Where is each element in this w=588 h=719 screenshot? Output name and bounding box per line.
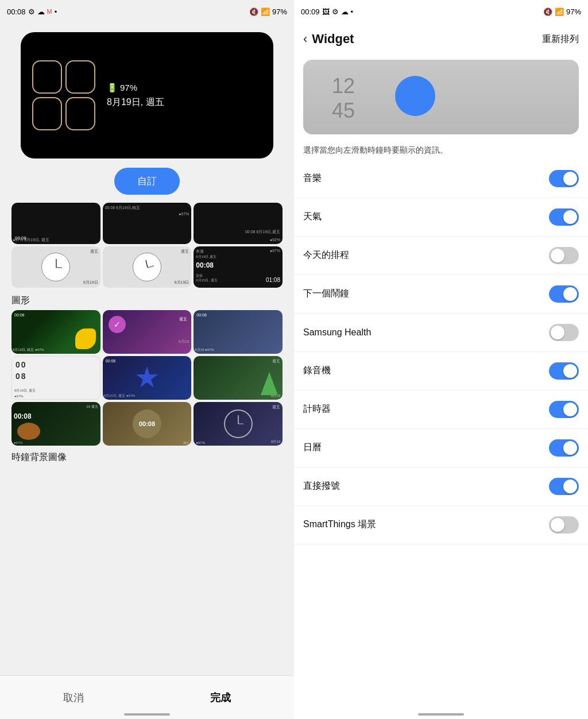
- thumb-1-date: ●97% 8月19日, 週五: [13, 237, 49, 243]
- thumb-6-location: 本港: [196, 249, 204, 254]
- widget-item: 錄音機: [294, 352, 588, 391]
- widget-toggle-6[interactable]: [549, 401, 579, 418]
- graphic-9-date: 8月19: [271, 439, 280, 444]
- graphic-thumb-5[interactable]: 00:08 8月19日, 週五 ●97%: [103, 356, 192, 400]
- graphic-7-batt: ●97%: [14, 441, 23, 444]
- widget-item-label: 天氣: [303, 211, 322, 223]
- bg-section-title: 時鐘背景圖像: [0, 446, 294, 466]
- widget-toggle-8[interactable]: [549, 478, 579, 495]
- thumb-3-batt: ●92%: [270, 238, 280, 242]
- rearrange-button[interactable]: 重新排列: [542, 33, 579, 45]
- bottom-indicator: [124, 713, 170, 716]
- watch-thumb-5[interactable]: 週五 8月19日: [103, 246, 192, 288]
- widget-toggle-7[interactable]: [549, 439, 579, 457]
- analog-clock-2: [133, 253, 161, 281]
- widget-item-label: 今天的排程: [303, 249, 349, 261]
- graphic-9-day: 週五: [272, 404, 280, 410]
- widget-item: 計時器: [294, 391, 588, 429]
- widget-toggle-4[interactable]: [549, 324, 579, 341]
- blue-spike: [136, 366, 158, 389]
- right-status-bar: 00:09 🖼 ⚙ ☁ • 🔇 📶 97%: [294, 0, 588, 23]
- date-line: 8月19日, 週五: [107, 96, 164, 109]
- graphic-2-date: 8月19: [179, 339, 189, 345]
- page-title: Widget: [312, 32, 354, 47]
- watch-thumb-2[interactable]: 00:08 8月19日,稿五 ●97%: [103, 203, 192, 244]
- customize-button[interactable]: 自訂: [114, 168, 180, 195]
- graphic-thumb-2[interactable]: 週五 8月19 ✓: [103, 310, 192, 354]
- thumb-6-time2: 01:08: [266, 277, 280, 283]
- widget-preview: 12 45: [303, 60, 579, 134]
- graphic-5-time: 00:08: [104, 357, 118, 365]
- svg-line-3: [148, 266, 154, 268]
- widget-item: 日曆: [294, 429, 588, 467]
- right-header: ‹ Widget 重新排列: [294, 23, 588, 55]
- right-panel: 00:09 🖼 ⚙ ☁ • 🔇 📶 97% ‹ Widget 重新排列 12 4…: [294, 0, 588, 719]
- watch-face-main: 🔋 97% 8月19日, 週五: [21, 32, 273, 159]
- left-status-bar: 00:08 ⚙ ☁ M • 🔇 📶 97%: [0, 0, 294, 23]
- graphic-thumb-6[interactable]: 週五 8月19: [194, 356, 283, 400]
- widget-toggle-0[interactable]: [549, 170, 579, 187]
- right-bottom-indicator: [418, 713, 464, 716]
- graphic-thumb-7[interactable]: 19 週五 00:08 ●97%: [11, 402, 100, 446]
- mute-icon: 🔇: [249, 7, 258, 16]
- watch-thumb-4[interactable]: 週五 8月19日: [11, 246, 100, 288]
- toggle-knob-0: [563, 172, 577, 185]
- clock-circle: [224, 409, 253, 438]
- left-panel: 00:08 ⚙ ☁ M • 🔇 📶 97%: [0, 0, 294, 719]
- right-gear-icon: ⚙: [332, 7, 339, 16]
- widget-item: SmartThings 場景: [294, 506, 588, 544]
- graphic-thumb-4[interactable]: 00 08 ●97% 8月19日, 週五: [11, 356, 100, 400]
- toggle-knob-4: [551, 326, 564, 339]
- digit-1-0: [32, 97, 62, 130]
- tree-shape: [261, 372, 278, 395]
- widget-toggle-9[interactable]: [549, 516, 579, 534]
- gmail-icon: M: [47, 8, 52, 15]
- thumb-6-batt: ●97%: [270, 249, 280, 253]
- watch-thumb-1[interactable]: 00:08 ●97% 8月19日, 週五: [11, 203, 100, 244]
- graphic-thumb-3[interactable]: 00:08 8月19 ●97%: [194, 310, 283, 354]
- digit-row-top: [32, 60, 95, 94]
- done-button[interactable]: 完成: [187, 686, 254, 709]
- back-button[interactable]: ‹: [303, 32, 307, 47]
- widget-clock-numbers: 12 45: [332, 74, 355, 123]
- thumb-5-date: 8月19日: [175, 280, 189, 285]
- time-digits: [32, 60, 95, 130]
- widget-description: 選擇當您向左滑動時鐘時要顯示的資訊。: [294, 139, 588, 160]
- watch-thumb-3[interactable]: 00:08 8月19日,週五 ●92%: [194, 203, 283, 244]
- graphic-2-day: 週五: [177, 315, 189, 324]
- widget-minute: 45: [332, 98, 355, 123]
- thumb-3-date: 00:08 8月19日,週五: [245, 229, 280, 235]
- widget-hour: 12: [332, 74, 355, 98]
- graphic-thumb-9[interactable]: 週五 8月19 ●97%: [194, 402, 283, 446]
- widget-item: 天氣: [294, 198, 588, 237]
- widget-item-label: 計時器: [303, 403, 331, 415]
- pink-check: ✓: [109, 316, 126, 333]
- thumb-6-time: 00:08: [196, 261, 214, 269]
- widget-toggle-1[interactable]: [549, 208, 579, 226]
- digit-0-0: [32, 60, 62, 94]
- widget-list: 音樂天氣今天的排程下一個鬧鐘Samsung Health錄音機計時器日曆直接撥號…: [294, 160, 588, 719]
- graphic-8-time: 00:08: [139, 420, 155, 427]
- analog-clock-1: [41, 253, 70, 281]
- right-dot-icon: •: [351, 7, 354, 16]
- toggle-knob-7: [563, 441, 577, 455]
- widget-item-label: 直接撥號: [303, 480, 340, 492]
- wifi-icon: 📶: [261, 7, 270, 16]
- widget-toggle-2[interactable]: [549, 247, 579, 264]
- graphic-thumb-1[interactable]: 00:08 8月19日, 稿五 ●97%: [11, 310, 100, 354]
- digit-0-1: [65, 60, 95, 94]
- graphic-thumb-8[interactable]: 00:08 週五: [103, 402, 192, 446]
- graphic-4-time2: 08: [16, 372, 27, 381]
- widget-toggle-5[interactable]: [549, 362, 579, 380]
- widget-toggle-3[interactable]: [549, 285, 579, 303]
- section-graphic-title: 圖形: [0, 288, 294, 310]
- watch-thumb-6[interactable]: 本港 8月19日,週五 00:08 音節 8月15日, 週五 01:08 ●97…: [194, 246, 283, 288]
- cancel-button[interactable]: 取消: [40, 686, 107, 709]
- thumb-2-top: 00:08 8月19日,稿五: [105, 205, 140, 211]
- graphic-1-date: 8月19日, 稿五 ●97%: [13, 347, 44, 353]
- right-header-left: ‹ Widget: [303, 32, 354, 47]
- right-mute-icon: 🔇: [543, 7, 552, 16]
- right-status-right: 🔇 📶 97%: [543, 7, 581, 16]
- graphic-4-info: ●97%: [14, 395, 24, 398]
- toggle-knob-8: [563, 480, 577, 493]
